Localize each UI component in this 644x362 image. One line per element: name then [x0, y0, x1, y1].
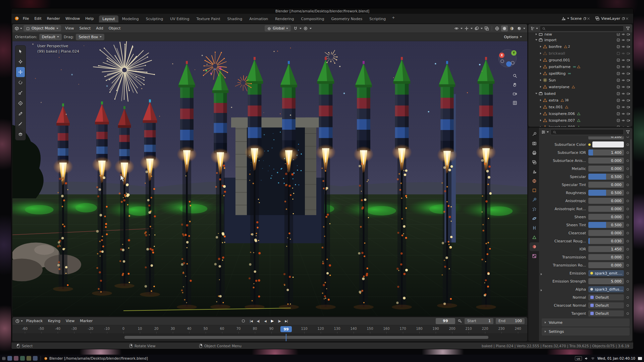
transport-1[interactable]: ◀|: [255, 318, 262, 324]
tool-select-box[interactable]: [16, 46, 25, 56]
drag-dropdown[interactable]: Select Box: [76, 34, 104, 40]
prop-value-subsurface-ior[interactable]: 1.400: [588, 149, 624, 156]
prop-value-tangent[interactable]: Default: [588, 310, 624, 316]
prop-value-ior[interactable]: 1.450: [588, 246, 624, 252]
show-desktop-button[interactable]: [638, 357, 642, 360]
properties-tab-tool[interactable]: [530, 130, 539, 138]
workspace-tab-compositing[interactable]: Compositing: [298, 15, 328, 22]
prop-value-normal[interactable]: Default: [588, 294, 624, 300]
workspace-tab-uv-editing[interactable]: UV Editing: [167, 15, 193, 22]
properties-tab-object[interactable]: [530, 186, 539, 195]
exclude-checkbox[interactable]: [616, 85, 620, 89]
section-volume[interactable]: Volume: [542, 318, 630, 326]
exclude-checkbox[interactable]: [616, 78, 620, 82]
prop-value-partial[interactable]: 0.100: [588, 136, 624, 139]
prop-value-clearcoat-roug[interactable]: 0.030: [588, 238, 624, 244]
render-camera-toggle[interactable]: [627, 38, 630, 42]
timeline-menu-view[interactable]: View: [63, 318, 77, 324]
viewport-canvas[interactable]: [12, 41, 527, 316]
prop-value-subsurface-anis[interactable]: 0.000: [588, 158, 624, 164]
animate-dot[interactable]: [627, 192, 629, 194]
exclude-checkbox[interactable]: [616, 58, 620, 62]
current-frame-field[interactable]: 99: [436, 318, 455, 324]
shading-rendered-button[interactable]: [516, 25, 523, 32]
outliner-item-import[interactable]: import: [528, 37, 632, 43]
prop-value-sheen[interactable]: 0.000: [588, 214, 624, 220]
keyboard-layout-indicator[interactable]: us: [575, 356, 582, 361]
prop-value-anisotropic-rot[interactable]: 0.000: [588, 206, 624, 212]
animate-dot[interactable]: [627, 224, 629, 226]
render-camera-toggle[interactable]: [627, 85, 630, 89]
transport-4[interactable]: |▶: [276, 318, 283, 324]
show-overlays-toggle[interactable]: [473, 25, 480, 32]
properties-tab-material[interactable]: [530, 242, 539, 251]
tool-annotate[interactable]: [16, 109, 25, 119]
expander-icon[interactable]: [538, 79, 543, 81]
auto-keying-toggle[interactable]: [242, 319, 245, 322]
workspace-tab-animation[interactable]: Animation: [246, 15, 271, 22]
render-camera-toggle[interactable]: [627, 92, 630, 96]
remove-viewlayer-button[interactable]: [625, 17, 629, 20]
timeline-ruler[interactable]: -60-50-40-30-20-100102030405060708090110…: [12, 325, 527, 334]
hide-eye-toggle[interactable]: [622, 85, 625, 89]
viewport-menu-select[interactable]: Select: [76, 25, 93, 32]
axis-y-ball[interactable]: Y: [511, 50, 517, 56]
tool-scale[interactable]: [16, 88, 25, 98]
hide-eye-toggle[interactable]: [622, 33, 625, 36]
expand-icon[interactable]: [541, 272, 542, 276]
outliner-item-waterplane[interactable]: waterplane: [528, 83, 632, 90]
hide-eye-toggle[interactable]: [622, 105, 625, 109]
menu-window[interactable]: Window: [63, 15, 83, 22]
render-camera-toggle[interactable]: [627, 72, 630, 75]
proportional-editing-toggle[interactable]: [302, 25, 309, 32]
menu-edit[interactable]: Edit: [32, 15, 44, 22]
expander-icon[interactable]: [534, 39, 538, 41]
outliner-editor-type-button[interactable]: [530, 26, 538, 31]
axis-neg-x-ball[interactable]: [511, 61, 515, 65]
expander-icon[interactable]: [538, 52, 543, 54]
menu-help[interactable]: Help: [83, 15, 96, 22]
render-camera-toggle[interactable]: [627, 33, 630, 36]
new-viewlayer-button[interactable]: [622, 17, 625, 20]
expand-icon[interactable]: [541, 288, 542, 292]
render-camera-toggle[interactable]: [627, 112, 630, 116]
outliner-item-icosphere-007[interactable]: Icosphere.007: [528, 117, 632, 124]
volume-icon[interactable]: [585, 356, 588, 361]
shading-material-button[interactable]: [508, 25, 515, 32]
toggle-xray[interactable]: [483, 25, 490, 32]
animate-dot[interactable]: [627, 304, 629, 307]
hide-eye-toggle[interactable]: [622, 78, 625, 82]
outliner-item-sun[interactable]: Sun: [528, 77, 632, 83]
prop-value-transmission[interactable]: 0.000: [588, 254, 624, 260]
properties-tab-particles[interactable]: [530, 205, 539, 214]
workspace-tab-texture-paint[interactable]: Texture Paint: [193, 15, 224, 22]
animate-dot[interactable]: [627, 312, 629, 315]
properties-tab-scene[interactable]: [530, 167, 539, 176]
workspace-tab-layout[interactable]: Layout: [99, 15, 118, 22]
tool-cursor[interactable]: [16, 57, 25, 67]
window-titlebar[interactable]: Blender [/home/amalie/Desktop/blender/fi…: [11, 8, 633, 14]
transport-5[interactable]: ▶|: [283, 318, 290, 324]
viewport[interactable]: User Perspective (99) baked | Plane.024 …: [12, 41, 527, 316]
prop-value-metallic[interactable]: 0.000: [588, 166, 624, 172]
taskbar-app-4[interactable]: [26, 356, 31, 361]
prop-value-sheen-tint[interactable]: 0.500: [588, 222, 624, 228]
render-camera-toggle[interactable]: [627, 78, 630, 82]
render-camera-toggle[interactable]: [627, 52, 630, 55]
keying-set-button[interactable]: [458, 319, 462, 323]
properties-tab-physics[interactable]: [530, 214, 539, 223]
tool-add-cube[interactable]: [16, 129, 25, 139]
viewport-menu-object[interactable]: Object: [106, 25, 123, 32]
expander-icon[interactable]: [534, 33, 538, 35]
transport-3[interactable]: ▶: [269, 318, 276, 324]
zoom-control[interactable]: [513, 73, 517, 78]
exclude-checkbox[interactable]: [616, 52, 620, 55]
properties-tab-output[interactable]: [530, 148, 539, 157]
tool-measure[interactable]: [16, 119, 25, 129]
hide-eye-toggle[interactable]: [622, 72, 625, 75]
animate-dot[interactable]: [627, 160, 629, 162]
navigation-gizmo[interactable]: X Y: [498, 49, 517, 68]
transform-orientation-selector[interactable]: Global: [265, 25, 291, 32]
outliner-item-icosphere-006[interactable]: Icosphere.006: [528, 110, 632, 117]
prop-value-clearcoat-normal[interactable]: Default: [588, 302, 624, 308]
